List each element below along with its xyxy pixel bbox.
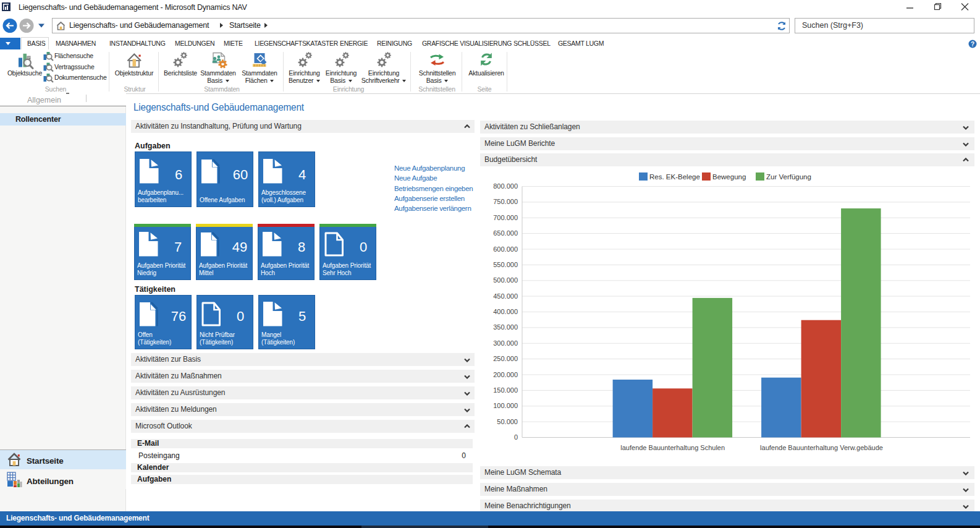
svg-text:750.000: 750.000 bbox=[493, 198, 518, 205]
svg-text:450.000: 450.000 bbox=[493, 292, 518, 300]
svg-text:350.000: 350.000 bbox=[493, 323, 518, 331]
svg-text:200.000: 200.000 bbox=[493, 371, 518, 378]
svg-text:500.000: 500.000 bbox=[493, 276, 518, 284]
svg-text:Res. EK-Belege: Res. EK-Belege bbox=[649, 173, 700, 181]
svg-text:650.000: 650.000 bbox=[493, 229, 518, 237]
svg-text:600.000: 600.000 bbox=[493, 245, 518, 253]
svg-text:100.000: 100.000 bbox=[493, 402, 518, 409]
svg-text:50.000: 50.000 bbox=[497, 418, 518, 425]
svg-text:?: ? bbox=[971, 41, 974, 48]
svg-text:700.000: 700.000 bbox=[493, 214, 518, 221]
svg-text:400.000: 400.000 bbox=[493, 308, 518, 315]
svg-text:550.000: 550.000 bbox=[493, 261, 518, 268]
svg-text:150.000: 150.000 bbox=[493, 386, 518, 394]
svg-text:laufende Bauunterhaltung Schul: laufende Bauunterhaltung Schulen bbox=[620, 444, 725, 451]
svg-text:0: 0 bbox=[514, 433, 518, 441]
svg-text:300.000: 300.000 bbox=[493, 339, 518, 347]
svg-text:Zur Verfügung: Zur Verfügung bbox=[766, 173, 811, 181]
svg-text:Bewegung: Bewegung bbox=[712, 173, 746, 181]
svg-text:laufende Bauunterhaltung Verw.: laufende Bauunterhaltung Verw.gebäude bbox=[760, 444, 883, 451]
svg-text:800.000: 800.000 bbox=[493, 182, 518, 190]
svg-text:250.000: 250.000 bbox=[493, 355, 518, 362]
